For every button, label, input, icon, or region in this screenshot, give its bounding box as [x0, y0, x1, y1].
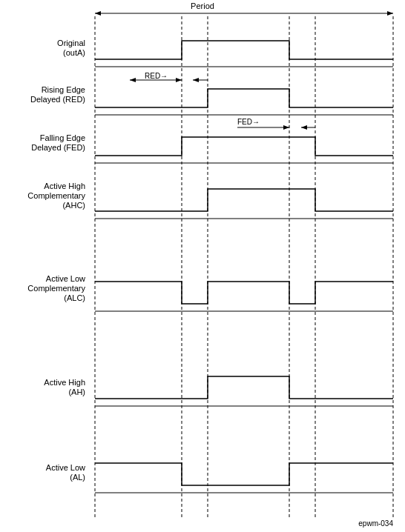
svg-marker-17	[193, 78, 199, 82]
svg-marker-23	[283, 125, 289, 130]
svg-marker-25	[301, 125, 307, 130]
svg-text:Falling Edge: Falling Edge	[40, 133, 85, 142]
svg-text:Complementary: Complementary	[27, 284, 85, 293]
svg-text:(AHC): (AHC)	[62, 201, 85, 210]
svg-text:Delayed (FED): Delayed (FED)	[31, 143, 85, 152]
svg-marker-14	[130, 78, 136, 82]
svg-marker-1	[95, 11, 101, 16]
svg-text:Active High: Active High	[44, 378, 85, 387]
svg-text:Delayed (RED): Delayed (RED)	[30, 95, 85, 104]
svg-text:Rising Edge: Rising Edge	[42, 85, 85, 94]
period-label: Period	[191, 1, 214, 10]
svg-text:(ALC): (ALC)	[64, 293, 85, 302]
svg-text:Original: Original	[57, 39, 85, 47]
svg-text:Active High: Active High	[44, 182, 85, 190]
svg-marker-13	[176, 78, 182, 82]
watermark: epwm-034	[358, 519, 393, 528]
svg-text:RED→: RED→	[145, 72, 168, 80]
svg-text:Active Low: Active Low	[46, 463, 85, 472]
timing-diagram: Period Original (outA) RED→ Rising Edge …	[0, 0, 405, 532]
svg-text:(AL): (AL)	[70, 473, 85, 482]
svg-text:FED→: FED→	[237, 118, 260, 126]
svg-marker-2	[387, 11, 393, 16]
svg-text:(AH): (AH)	[68, 388, 85, 396]
svg-text:Active Low: Active Low	[46, 274, 85, 283]
svg-text:(outA): (outA)	[63, 48, 85, 57]
svg-text:Complementary: Complementary	[27, 191, 85, 200]
